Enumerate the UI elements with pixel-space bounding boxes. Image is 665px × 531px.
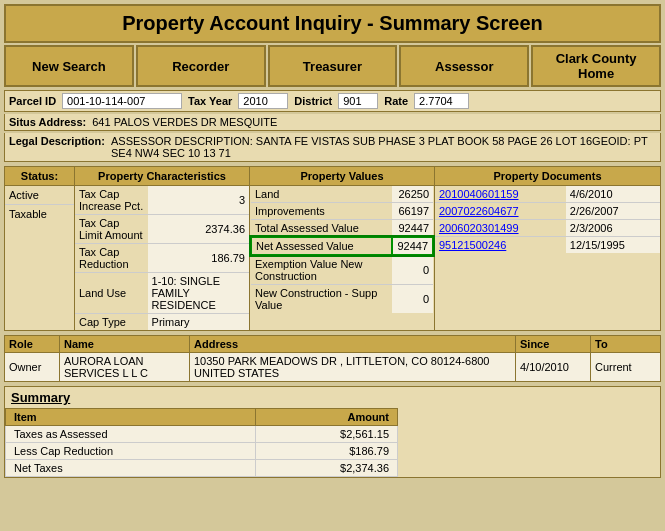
prop-values-cell: Land 26250 Improvements 66197 Total Asse… [250, 186, 435, 331]
prop-val-row: New Construction - Supp Value 0 [251, 285, 433, 314]
page-title: Property Account Inquiry - Summary Scree… [4, 4, 661, 43]
prop-char-row: Tax Cap Reduction 186.79 [75, 244, 249, 273]
summary-table: Item Amount Taxes as Assessed $2,561.15 … [5, 408, 398, 477]
situs-row: Situs Address: 641 PALOS VERDES DR MESQU… [4, 114, 661, 131]
rate-value: 2.7704 [414, 93, 469, 109]
assessor-button[interactable]: Assessor [399, 45, 529, 87]
summary-net-label: Net Taxes [6, 460, 256, 477]
owner-since-header: Since [516, 336, 591, 353]
prop-val-row: Total Assessed Value 92447 [251, 220, 433, 238]
parcel-id-value: 001-10-114-007 [62, 93, 182, 109]
tax-year-value: 2010 [238, 93, 288, 109]
owner-role: Owner [5, 353, 60, 382]
summary-net-amount: $2,374.36 [255, 460, 397, 477]
owner-to-header: To [591, 336, 661, 353]
situs-label: Situs Address: [9, 116, 86, 128]
owner-role-header: Role [5, 336, 60, 353]
prop-val-row: Land 26250 [251, 186, 433, 203]
summary-row: Taxes as Assessed $2,561.15 [6, 426, 398, 443]
legal-row: Legal Description: ASSESSOR DESCRIPTION:… [4, 133, 661, 162]
summary-row: Less Cap Reduction $186.79 [6, 443, 398, 460]
prop-char-cell: Tax Cap Increase Pct. 3 Tax Cap Limit Am… [75, 186, 250, 331]
nav-bar: New Search Recorder Treasurer Assessor C… [4, 45, 661, 87]
tax-year-label: Tax Year [188, 95, 232, 107]
prop-val-row: Exemption Value New Construction 0 [251, 255, 433, 285]
owner-to: Current [591, 353, 661, 382]
prop-docs-cell: 2010040601159 4/6/2010 2007022604677 2/2… [435, 186, 661, 331]
prop-values-header: Property Values [250, 167, 435, 186]
status-header: Status: [5, 167, 75, 186]
summary-taxes-amount: $2,561.15 [255, 426, 397, 443]
prop-char-row: Cap Type Primary [75, 314, 249, 331]
prop-val-row: Improvements 66197 [251, 203, 433, 220]
summary-section: Summary Item Amount Taxes as Assessed $2… [4, 386, 661, 478]
situs-value: 641 PALOS VERDES DR MESQUITE [92, 116, 277, 128]
summary-amount-header: Amount [255, 409, 397, 426]
owner-name-header: Name [60, 336, 190, 353]
owner-since: 4/10/2010 [516, 353, 591, 382]
summary-cap-label: Less Cap Reduction [6, 443, 256, 460]
main-data-row: Active Taxable Tax Cap Increase Pct. 3 T… [5, 186, 661, 331]
legal-value: ASSESSOR DESCRIPTION: SANTA FE VISTAS SU… [111, 135, 656, 159]
main-data-table: Status: Property Characteristics Propert… [4, 166, 661, 331]
prop-doc-row: 2006020301499 2/3/2006 [435, 220, 660, 237]
summary-cap-amount: $186.79 [255, 443, 397, 460]
legal-label: Legal Description: [9, 135, 105, 159]
status-taxable: Taxable [5, 205, 74, 223]
prop-char-header: Property Characteristics [75, 167, 250, 186]
prop-docs-header: Property Documents [435, 167, 661, 186]
clark-county-home-button[interactable]: Clark County Home [531, 45, 661, 87]
parcel-row: Parcel ID 001-10-114-007 Tax Year 2010 D… [4, 90, 661, 112]
summary-item-header: Item [6, 409, 256, 426]
parcel-id-label: Parcel ID [9, 95, 56, 107]
owner-row: Owner AURORA LOAN SERVICES L L C 10350 P… [5, 353, 661, 382]
prop-char-row: Land Use 1-10: SINGLE FAMILY RESIDENCE [75, 273, 249, 314]
net-assessed-value-row: Net Assessed Value 92447 [251, 237, 433, 255]
status-active: Active [5, 186, 74, 205]
prop-doc-row: 2010040601159 4/6/2010 [435, 186, 660, 203]
recorder-button[interactable]: Recorder [136, 45, 266, 87]
owner-name: AURORA LOAN SERVICES L L C [60, 353, 190, 382]
new-search-button[interactable]: New Search [4, 45, 134, 87]
owner-address: 10350 PARK MEADOWS DR , LITTLETON, CO 80… [190, 353, 516, 382]
owner-address-header: Address [190, 336, 516, 353]
summary-taxes-label: Taxes as Assessed [6, 426, 256, 443]
owner-table: Role Name Address Since To Owner AURORA … [4, 335, 661, 382]
prop-char-row: Tax Cap Limit Amount 2374.36 [75, 215, 249, 244]
summary-row: Net Taxes $2,374.36 [6, 460, 398, 477]
rate-label: Rate [384, 95, 408, 107]
prop-char-row: Tax Cap Increase Pct. 3 [75, 186, 249, 215]
district-value: 901 [338, 93, 378, 109]
prop-doc-row: 2007022604677 2/26/2007 [435, 203, 660, 220]
status-cell: Active Taxable [5, 186, 75, 331]
district-label: District [294, 95, 332, 107]
summary-title: Summary [5, 387, 660, 408]
treasurer-button[interactable]: Treasurer [268, 45, 398, 87]
prop-doc-row: 95121500246 12/15/1995 [435, 237, 660, 254]
